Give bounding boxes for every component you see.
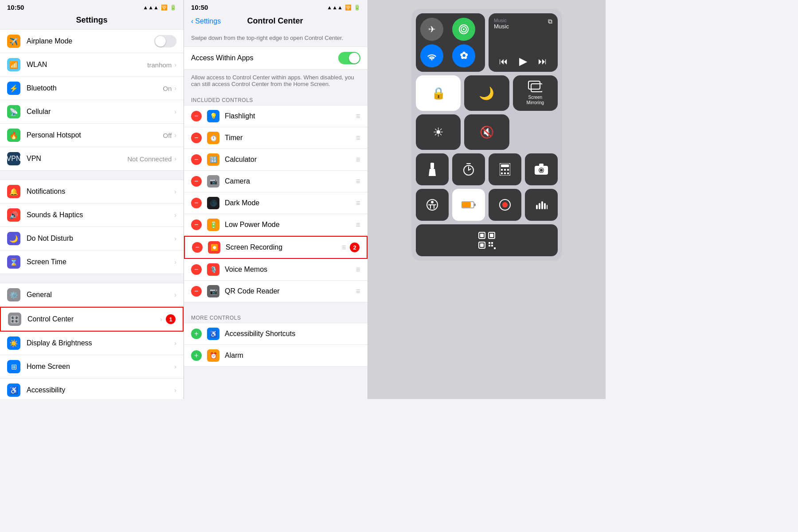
remove-camera-button[interactable]: − (191, 176, 202, 187)
airplane-mode-toggle[interactable] (154, 35, 176, 47)
screen-recording-item-icon: ⏺️ (208, 241, 220, 254)
control-center-panel: 10:50 ▲▲▲ 🛜 🔋 ‹ Settings Control Center … (184, 0, 368, 399)
bluetooth-tile[interactable]: ✿ (452, 44, 475, 67)
sidebar-item-sounds[interactable]: 🔊 Sounds & Haptics › (0, 203, 184, 227)
airplane-mode-tile[interactable]: ✈ (420, 18, 443, 41)
camera-overlay-tile[interactable] (525, 153, 558, 185)
settings-panel: 10:50 ▲▲▲ 🛜 🔋 Settings ✈️ Airplane Mode … (0, 0, 184, 399)
qr-reader-drag-handle[interactable]: ≡ (356, 287, 360, 296)
calculator-drag-handle[interactable]: ≡ (356, 155, 360, 164)
remove-qr-reader-button[interactable]: − (191, 286, 202, 297)
list-item-dark-mode[interactable]: − 🌑 Dark Mode ≡ (184, 192, 368, 214)
mute-tile[interactable]: 🔇 (464, 114, 509, 150)
sidebar-item-control-center[interactable]: 🎛️ Control Center › 1 (0, 307, 184, 332)
sidebar-item-screen-time[interactable]: ⌛ Screen Time › (0, 250, 184, 274)
music-player-tile[interactable]: Music Music ⧉ ⏮ ▶ ⏭ (489, 13, 558, 72)
list-item-calculator[interactable]: − 🔢 Calculator ≡ (184, 149, 368, 171)
play-button[interactable]: ▶ (519, 55, 527, 67)
sidebar-item-home-screen[interactable]: ⊞ Home Screen › (0, 355, 184, 379)
add-accessibility-shortcuts-button[interactable]: + (191, 329, 202, 339)
back-label: Settings (195, 17, 221, 25)
alarm-item-icon: ⏰ (207, 349, 219, 362)
access-within-apps-row[interactable]: Access Within Apps (184, 47, 368, 70)
next-button[interactable]: ⏭ (538, 56, 547, 66)
screen-record-overlay-tile[interactable] (489, 189, 521, 221)
svg-rect-32 (536, 205, 538, 209)
settings-title: Settings (0, 13, 184, 29)
remove-voice-memos-button[interactable]: − (191, 264, 202, 275)
timer-drag-handle[interactable]: ≡ (356, 133, 360, 143)
list-item-qr-reader[interactable]: − 📷 QR Code Reader ≡ (184, 281, 368, 302)
included-controls-header: INCLUDED CONTROLS (184, 94, 368, 105)
timer-overlay-tile[interactable] (452, 153, 485, 185)
list-item-voice-memos[interactable]: − 🎙️ Voice Memos ≡ (184, 259, 368, 281)
qr-reader-item-icon: 📷 (207, 285, 219, 297)
do-not-disturb-tile[interactable]: 🌙 (464, 75, 509, 111)
svg-rect-36 (547, 205, 548, 209)
screen-mirroring-tile[interactable]: ScreenMirroring (513, 75, 558, 111)
remove-flashlight-button[interactable]: − (191, 111, 202, 121)
list-item-alarm[interactable]: + ⏰ Alarm (184, 345, 368, 367)
dark-mode-drag-handle[interactable]: ≡ (356, 199, 360, 208)
sidebar-item-airplane-mode[interactable]: ✈️ Airplane Mode (0, 29, 184, 53)
svg-rect-45 (489, 245, 490, 246)
svg-rect-4 (528, 81, 540, 89)
prev-button[interactable]: ⏮ (499, 56, 508, 66)
sidebar-item-do-not-disturb[interactable]: 🌙 Do Not Disturb › (0, 227, 184, 250)
sidebar-item-cellular[interactable]: 📡 Cellular › (0, 100, 184, 124)
voice-memos-overlay-icon (535, 199, 548, 211)
sidebar-item-vpn[interactable]: VPN VPN Not Connected › (0, 147, 184, 171)
more-controls-header: MORE CONTROLS (184, 311, 368, 323)
list-item-camera[interactable]: − 📷 Camera ≡ (184, 171, 368, 192)
list-item-flashlight[interactable]: − 💡 Flashlight ≡ (184, 105, 368, 127)
qr-code-overlay-tile[interactable] (416, 224, 558, 256)
sidebar-item-notifications[interactable]: 🔔 Notifications › (0, 180, 184, 203)
svg-rect-43 (489, 242, 490, 244)
remove-screen-recording-button[interactable]: − (192, 242, 203, 253)
screen-recording-drag-handle[interactable]: ≡ (341, 243, 346, 252)
sidebar-item-bluetooth[interactable]: ⚡ Bluetooth On › (0, 77, 184, 100)
svg-point-3 (431, 59, 432, 60)
list-item-timer[interactable]: − ⏱️ Timer ≡ (184, 127, 368, 149)
cc-row4 (416, 189, 558, 221)
display-icon: ☀️ (7, 336, 20, 350)
list-item-accessibility-shortcuts[interactable]: + ♿ Accessibility Shortcuts (184, 323, 368, 345)
remove-calculator-button[interactable]: − (191, 154, 202, 165)
back-button[interactable]: ‹ Settings (191, 17, 221, 25)
voice-memos-overlay-tile[interactable] (525, 189, 558, 221)
flashlight-overlay-tile[interactable] (416, 153, 449, 185)
calculator-overlay-tile[interactable] (489, 153, 521, 185)
wifi-tile[interactable] (420, 44, 443, 67)
low-power-drag-handle[interactable]: ≡ (356, 220, 360, 230)
brightness-tile[interactable]: ☀ (416, 114, 461, 150)
settings-list: ✈️ Airplane Mode 📶 WLAN tranhom › ⚡ Blue… (0, 29, 184, 399)
accessibility-overlay-tile[interactable] (416, 189, 449, 221)
battery-overlay-tile[interactable] (452, 189, 485, 221)
low-power-item-label: Low Power Mode (225, 221, 356, 229)
sidebar-item-display-brightness[interactable]: ☀️ Display & Brightness › (0, 332, 184, 355)
list-item-low-power[interactable]: − 🔋 Low Power Mode ≡ (184, 214, 368, 236)
step1-badge: 1 (166, 314, 176, 324)
screen-mirroring-label: ScreenMirroring (527, 95, 544, 106)
svg-rect-5 (531, 84, 542, 92)
sidebar-item-wlan[interactable]: 📶 WLAN tranhom › (0, 53, 184, 77)
sidebar-item-accessibility[interactable]: ♿ Accessibility › (0, 379, 184, 399)
add-alarm-button[interactable]: + (191, 350, 202, 361)
rotation-lock-tile[interactable]: 🔒 (416, 75, 461, 111)
sidebar-item-general[interactable]: ⚙️ General › (0, 283, 184, 307)
camera-drag-handle[interactable]: ≡ (356, 177, 360, 186)
screen-time-chevron: › (174, 258, 176, 266)
voice-memos-drag-handle[interactable]: ≡ (356, 265, 360, 274)
flashlight-drag-handle[interactable]: ≡ (356, 112, 360, 121)
airplay-icon[interactable]: ⧉ (548, 18, 552, 25)
remove-timer-button[interactable]: − (191, 133, 202, 143)
cellular-tile[interactable] (452, 18, 475, 41)
sidebar-item-personal-hotspot[interactable]: 🔥 Personal Hotspot Off › (0, 124, 184, 147)
list-item-screen-recording[interactable]: − ⏺️ Screen Recording ≡ 2 (184, 236, 368, 259)
general-icon: ⚙️ (7, 288, 20, 301)
mute-icon: 🔇 (480, 125, 494, 139)
svg-point-2 (463, 28, 465, 30)
remove-low-power-button[interactable]: − (191, 219, 202, 230)
remove-dark-mode-button[interactable]: − (191, 198, 202, 208)
access-within-apps-toggle[interactable] (338, 52, 360, 64)
